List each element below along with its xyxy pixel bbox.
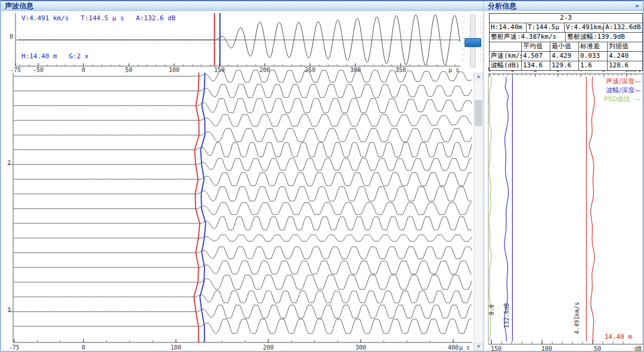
waterfall-plot: -750100200300400μ s <box>8 70 472 351</box>
waterfall-scrollbar[interactable]: ▲ ▼ <box>473 73 483 351</box>
depth-readout: 14.40 m <box>597 333 632 341</box>
svg-text:50: 50 <box>125 67 132 73</box>
zero-axis-label: 0 <box>5 33 13 40</box>
velocity-crit: 4.240 <box>608 52 642 61</box>
wave-info-line1: V:4.491 km/s T:144.5 μ s A:132.6 dB <box>21 14 175 22</box>
waterfall-trace[interactable] <box>13 291 472 303</box>
analysis-plot: 0123456km/s15010050dB0.0132.6dB4.491km/s <box>488 66 643 351</box>
amplitude-cell: A:132.6dB <box>604 23 642 32</box>
svg-text:350: 350 <box>395 67 406 73</box>
pile-amplitude-cell: 整桩波幅:139.9dB <box>566 33 642 42</box>
svg-text:dB: dB <box>634 345 642 351</box>
first-arrival-pick-red[interactable] <box>194 73 200 342</box>
waterfall-trace[interactable] <box>13 143 472 157</box>
scrollbar-up-icon[interactable]: ▲ <box>474 73 483 80</box>
depth-label-2m: 2 <box>4 160 11 166</box>
waveform-panel-title: 声波信息 <box>5 2 33 10</box>
svg-text:300: 300 <box>355 344 366 351</box>
top-wave-plot: -75-50050100150200250300350μ s <box>10 13 460 73</box>
waterfall-trace[interactable] <box>13 203 472 214</box>
stat-header-std: 标准差 <box>579 42 608 51</box>
svg-text:200: 200 <box>263 344 274 351</box>
amplitude-depth-curve <box>504 77 509 341</box>
svg-text:-50: -50 <box>33 67 44 73</box>
waterfall-trace[interactable] <box>13 158 472 170</box>
analysis-panel-header: » 分析信息 <box>484 1 643 11</box>
analysis-legend: 声速/深度—波幅/深度—PSD曲线 — <box>589 77 641 104</box>
svg-text:μ s: μ s <box>448 67 459 73</box>
depth-cell: H:14.40m <box>490 23 527 32</box>
legend-item-1: 波幅/深度— <box>589 86 641 95</box>
velocity-row-label: 声速(km/s) <box>490 52 522 61</box>
svg-text:100: 100 <box>171 344 181 351</box>
waterfall-trace[interactable] <box>13 247 472 258</box>
waterfall-trace[interactable] <box>13 114 472 126</box>
analysis-panel-title: 分析信息 <box>488 2 516 10</box>
waterfall-trace[interactable] <box>13 173 472 186</box>
velocity-value-label: 4.491km/s <box>574 302 580 334</box>
waterfall-trace[interactable] <box>13 275 472 289</box>
profile-id-cell: 2-3 <box>490 14 642 23</box>
waterfall-trace[interactable] <box>13 187 472 201</box>
wave-info-line2: H:14.40 m G:2 x <box>21 52 89 60</box>
svg-text:0: 0 <box>82 67 85 73</box>
gain-slider-handle[interactable] <box>465 38 481 47</box>
svg-text:50: 50 <box>594 345 601 351</box>
velocity-mean: 4.507 <box>522 52 550 61</box>
velocity-min: 4.429 <box>550 52 579 61</box>
amplitude-std: 1.6 <box>579 61 608 70</box>
svg-text:100: 100 <box>541 345 552 351</box>
legend-item-2: PSD曲线 — <box>589 95 641 104</box>
stat-header-crit: 判据值 <box>608 42 642 51</box>
scrollbar-down-icon[interactable]: ▼ <box>474 343 483 351</box>
amplitude-min: 129.6 <box>550 61 579 70</box>
amplitude-mean: 134.6 <box>522 61 550 70</box>
waterfall-trace[interactable] <box>13 261 472 274</box>
waterfall-trace[interactable] <box>13 98 472 113</box>
waterfall-trace[interactable] <box>13 217 472 230</box>
waterfall-trace[interactable] <box>13 319 472 334</box>
svg-text:μ s: μ s <box>459 344 470 351</box>
svg-text:-75: -75 <box>9 344 20 351</box>
panel-divider <box>483 1 484 351</box>
time-cell: T:144.5μ s <box>527 23 565 32</box>
analysis-table: 2-3 H:14.40m T:144.5μ s V:4.491km/s A:13… <box>489 13 643 71</box>
svg-text:-75: -75 <box>10 67 21 73</box>
scrollbar-thumb[interactable] <box>475 100 482 126</box>
waterfall-trace[interactable] <box>13 129 472 142</box>
waterfall-trace[interactable] <box>13 305 472 318</box>
waterfall-trace[interactable] <box>13 235 472 241</box>
first-arrival-pick-blue[interactable] <box>200 73 206 342</box>
legend-item-0: 声速/深度— <box>589 77 641 86</box>
collapse-chevron-icon[interactable]: » <box>635 2 639 10</box>
svg-text:200: 200 <box>259 67 270 73</box>
waterfall-trace[interactable] <box>13 85 472 98</box>
waveform-panel-header: 声波信息 <box>1 1 483 11</box>
velocity-depth-curve <box>589 77 595 341</box>
svg-text:400: 400 <box>448 344 459 351</box>
depth-label-3m: 3 <box>4 307 11 313</box>
pile-velocity-cell: 整桩声速:4.387km/s <box>490 33 566 42</box>
psd-curve <box>489 77 491 341</box>
application-window: -75-50050100150200250300350μ s-750100200… <box>0 0 644 352</box>
amplitude-row-label: 波幅(dB) <box>490 61 522 70</box>
velocity-cell: V:4.491km/s <box>565 23 604 32</box>
velocity-std: 0.033 <box>579 52 608 61</box>
psd-value-label: 0.0 <box>488 304 495 315</box>
stat-header-mean: 平均值 <box>522 42 550 51</box>
svg-text:0: 0 <box>82 344 85 351</box>
amplitude-crit: 128.6 <box>608 61 642 70</box>
svg-text:150: 150 <box>491 345 501 351</box>
stat-header-min: 最小值 <box>550 42 579 51</box>
svg-text:100: 100 <box>169 67 179 73</box>
stat-header-blank <box>490 42 522 51</box>
amplitude-value-label: 132.6dB <box>503 303 510 328</box>
gain-slider[interactable] <box>462 13 483 68</box>
